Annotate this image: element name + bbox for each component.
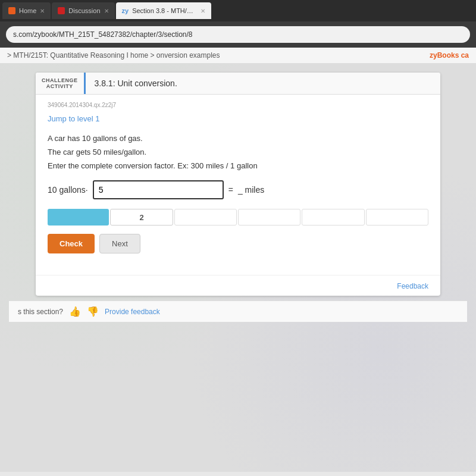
feedback-link[interactable]: Feedback [397, 282, 428, 290]
progress-segment-1 [48, 209, 109, 226]
provide-feedback-link[interactable]: Provide feedback [105, 308, 160, 316]
input-label: 10 gallons· [48, 185, 88, 195]
result-label: _ miles [238, 185, 264, 195]
progress-segment-5 [302, 209, 364, 226]
input-row: 10 gallons· = _ miles [48, 180, 428, 199]
challenge-header: CHALLENGE ACTIVITY 3.8.1: Unit conversio… [36, 73, 440, 95]
tab-close-discussion[interactable]: ✕ [104, 8, 109, 14]
tab-bar: Home ✕ Discussion ✕ zy Section 3.8 - MTH… [0, 0, 476, 21]
main-content: CHALLENGE ACTIVITY 3.8.1: Unit conversio… [0, 64, 476, 472]
browser-content: > MTH/215T: Quantitative Reasoning I hom… [0, 48, 476, 476]
challenge-card: CHALLENGE ACTIVITY 3.8.1: Unit conversio… [36, 73, 440, 296]
breadcrumb-bar: > MTH/215T: Quantitative Reasoning I hom… [0, 48, 476, 64]
thumbs-down-icon[interactable]: 👎 [87, 306, 99, 317]
progress-bar: 2 [48, 209, 428, 226]
next-button[interactable]: Next [99, 234, 140, 253]
browser-chrome: Home ✕ Discussion ✕ zy Section 3.8 - MTH… [0, 0, 476, 48]
problem-line-3: Enter the complete conversion factor. Ex… [48, 160, 428, 173]
breadcrumb-text: > MTH/215T: Quantitative Reasoning I hom… [7, 51, 220, 60]
progress-segment-3 [174, 209, 237, 226]
tab-close-zybook[interactable]: ✕ [201, 8, 205, 14]
card-body: 349064.2014304.qx.2z2j7 Jump to level 1 … [36, 95, 440, 275]
progress-segment-4 [238, 209, 300, 226]
challenge-label-bottom: ACTIVITY [46, 83, 73, 89]
check-button[interactable]: Check [48, 234, 95, 253]
tab-close-home[interactable]: ✕ [40, 8, 45, 14]
button-row: Check Next [48, 234, 428, 253]
address-input[interactable] [6, 26, 470, 43]
tab-home[interactable]: Home ✕ [2, 2, 51, 19]
jump-link[interactable]: Jump to level 1 [48, 114, 99, 123]
feedback-bar: Feedback [36, 275, 440, 296]
progress-segment-6 [366, 209, 428, 226]
bottom-bar: s this section? 👍 👎 Provide feedback [9, 300, 467, 322]
thumbs-up-icon[interactable]: 👍 [69, 306, 81, 317]
challenge-title: 3.8.1: Unit conversion. [86, 73, 441, 94]
bottom-question: s this section? [18, 308, 63, 316]
zybooks-logo: zyBooks ca [430, 51, 469, 60]
problem-line-2: The car gets 50 miles/gallon. [48, 146, 428, 159]
tab-zybook[interactable]: zy Section 3.8 - MTH/215T: Quantiti... ✕ [116, 2, 211, 19]
problem-line-1: A car has 10 gallons of gas. [48, 133, 428, 145]
challenge-label-top: CHALLENGE [42, 77, 78, 83]
progress-segment-2: 2 [110, 209, 173, 226]
activity-id: 349064.2014304.qx.2z2j7 [48, 102, 428, 108]
tab-discussion[interactable]: Discussion ✕ [52, 2, 114, 19]
conversion-input[interactable] [93, 180, 224, 199]
problem-text: A car has 10 gallons of gas. The car get… [48, 133, 428, 172]
address-bar [0, 21, 476, 48]
equals-sign: = [228, 185, 233, 195]
challenge-label: CHALLENGE ACTIVITY [36, 73, 86, 94]
